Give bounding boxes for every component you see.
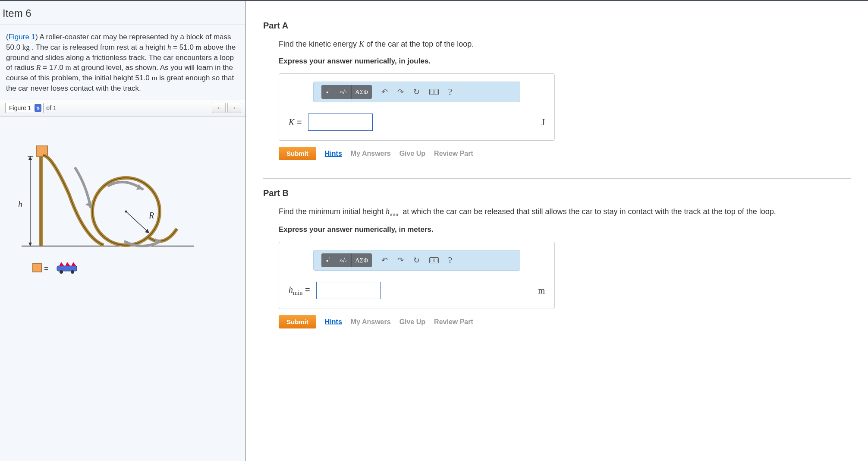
svg-point-19: [71, 270, 74, 274]
redo-icon[interactable]: ↷: [397, 256, 404, 265]
review-part-link[interactable]: Review Part: [434, 150, 473, 158]
part-a-actions: Submit Hints My Answers Give Up Review P…: [279, 147, 851, 160]
spinner-icon: ⇅: [35, 104, 41, 112]
submit-button[interactable]: Submit: [279, 147, 316, 160]
reset-icon[interactable]: ↻: [413, 87, 420, 97]
unit-label-a: J: [541, 117, 545, 127]
review-part-link[interactable]: Review Part: [434, 318, 473, 326]
hints-link[interactable]: Hints: [325, 150, 342, 158]
sqrt-button[interactable]: x√▫: [335, 253, 352, 267]
svg-line-11: [126, 212, 149, 233]
give-up-link[interactable]: Give Up: [399, 150, 425, 158]
my-answers-link[interactable]: My Answers: [351, 318, 391, 326]
part-b: Part B Find the minimum initial height h…: [263, 178, 851, 328]
templates-button[interactable]: ▪▫: [321, 253, 335, 267]
part-a-title: Part A: [263, 21, 851, 31]
figure-prev-button[interactable]: ‹: [212, 103, 226, 113]
part-b-hint: Express your answer numerically, in mete…: [279, 225, 851, 234]
right-pane: Part A Find the kinetic energy K of the …: [246, 1, 868, 461]
equation-toolbar: ▪▫ x√▫ ΑΣΦ ↶ ↷ ↻ ?: [313, 250, 520, 271]
part-b-question: Find the minimum initial height hmin at …: [279, 206, 851, 218]
figure-selector[interactable]: Figure 1 ⇅: [5, 103, 44, 113]
r-label: R: [149, 211, 154, 221]
svg-rect-16: [33, 263, 41, 272]
greek-button[interactable]: ΑΣΦ: [352, 253, 372, 267]
legend-equals: =: [44, 264, 49, 273]
part-a-question: Find the kinetic energy K of the car at …: [279, 38, 851, 50]
undo-icon[interactable]: ↶: [381, 256, 388, 265]
sqrt-button[interactable]: x√▫: [335, 85, 352, 99]
unit-label-b: m: [538, 286, 545, 296]
help-icon[interactable]: ?: [448, 255, 453, 266]
svg-point-18: [60, 270, 63, 274]
greek-button[interactable]: ΑΣΦ: [352, 85, 372, 99]
svg-marker-7: [28, 243, 32, 246]
item-title: Item 6: [0, 1, 245, 25]
redo-icon[interactable]: ↷: [397, 87, 404, 97]
keyboard-icon[interactable]: [429, 89, 439, 95]
templates-button[interactable]: ▪▫: [321, 85, 335, 99]
answer-input-a[interactable]: [308, 114, 373, 131]
svg-marker-6: [28, 156, 32, 160]
h-label: h: [18, 199, 22, 209]
my-answers-link[interactable]: My Answers: [351, 150, 391, 158]
variable-label: K =: [289, 117, 302, 127]
svg-rect-17: [57, 266, 77, 271]
equation-toolbar: ▪▫ x√▫ ΑΣΦ ↶ ↷ ↻ ?: [313, 82, 520, 102]
submit-button[interactable]: Submit: [279, 315, 316, 328]
part-b-actions: Submit Hints My Answers Give Up Review P…: [279, 315, 851, 328]
keyboard-icon[interactable]: [429, 257, 439, 263]
part-b-answer-box: ▪▫ x√▫ ΑΣΦ ↶ ↷ ↻ ? hmin = m: [279, 242, 555, 309]
hints-link[interactable]: Hints: [325, 318, 342, 326]
part-a-answer-box: ▪▫ x√▫ ΑΣΦ ↶ ↷ ↻ ? K = J: [279, 73, 555, 141]
figure-nav-bar: Figure 1 ⇅ of 1 ‹ ›: [0, 100, 245, 117]
figure-link[interactable]: Figure 1: [9, 33, 35, 41]
variable-label: hmin =: [289, 285, 310, 297]
undo-icon[interactable]: ↶: [381, 87, 388, 97]
give-up-link[interactable]: Give Up: [399, 318, 425, 326]
reset-icon[interactable]: ↻: [413, 256, 420, 265]
figure-diagram: h R =: [0, 117, 245, 304]
part-b-title: Part B: [263, 188, 851, 198]
figure-next-button[interactable]: ›: [227, 103, 241, 113]
left-pane: Item 6 (Figure 1) A roller-coaster car m…: [0, 1, 246, 461]
part-a-hint: Express your answer numerically, in joul…: [279, 57, 851, 66]
part-a: Part A Find the kinetic energy K of the …: [263, 11, 851, 160]
figure-count: of 1: [46, 104, 56, 111]
problem-text: (Figure 1) A roller-coaster car may be r…: [0, 25, 245, 100]
answer-input-b[interactable]: [316, 282, 381, 299]
help-icon[interactable]: ?: [448, 86, 453, 98]
